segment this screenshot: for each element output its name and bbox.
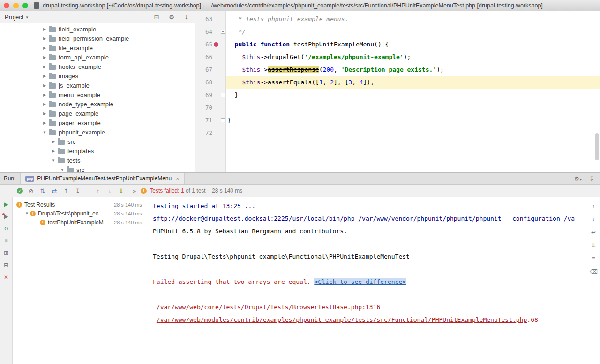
- test-tree-row[interactable]: !testPhpUnitExampleM28 s 140 ms: [13, 218, 147, 227]
- fold-marker-icon[interactable]: [221, 118, 225, 122]
- project-tree-item[interactable]: ▶field_permission_example: [0, 34, 195, 43]
- show-ignored-icon[interactable]: ⊘: [27, 187, 35, 194]
- expand-all-icon[interactable]: ↥: [62, 187, 70, 194]
- toggle-auto-test-icon[interactable]: ↻: [2, 225, 10, 232]
- project-tree-item[interactable]: ▼src: [0, 165, 195, 172]
- code-line[interactable]: 67 $this->assertResponse(200, 'Descripti…: [195, 63, 600, 76]
- chevron-down-icon[interactable]: ▼: [24, 211, 30, 215]
- project-tree-item[interactable]: ▶templates: [0, 146, 195, 156]
- show-passed-icon[interactable]: ✓: [17, 188, 23, 194]
- sort-alphabetically-icon[interactable]: ⇅: [39, 187, 46, 194]
- stop-icon[interactable]: ■: [2, 238, 10, 244]
- gutter-marker-cell: [212, 51, 219, 63]
- folder-icon: [49, 55, 56, 60]
- clear-console-icon[interactable]: ⌫: [590, 268, 597, 275]
- restore-layout-icon[interactable]: ⊞: [2, 250, 10, 256]
- project-tree-item[interactable]: ▶images: [0, 71, 195, 81]
- code-line[interactable]: 64 */: [195, 25, 600, 38]
- diff-link[interactable]: <Click to see difference>: [314, 278, 406, 285]
- code-line[interactable]: 71}: [195, 114, 600, 126]
- collapse-all-icon[interactable]: ↧: [74, 187, 82, 194]
- soft-wrap-icon[interactable]: ↩: [590, 229, 597, 236]
- test-failed-icon: !: [16, 202, 22, 208]
- project-tool-button[interactable]: Project ▾: [5, 14, 28, 21]
- editor-lines: 63 * Tests phpunit_example menus.64 */65…: [195, 11, 600, 139]
- failed-test-marker-icon[interactable]: [214, 42, 218, 47]
- scroll-to-end-icon[interactable]: ⇓: [590, 242, 597, 249]
- chevron-right-icon[interactable]: ▶: [41, 121, 48, 125]
- code-line[interactable]: 70: [195, 101, 600, 114]
- test-tree-row[interactable]: !Test Results28 s 140 ms: [13, 200, 147, 209]
- chevron-right-icon[interactable]: ▶: [50, 140, 57, 144]
- chevron-right-icon[interactable]: ▶: [41, 46, 48, 50]
- project-tree-item[interactable]: ▶js_example: [0, 81, 195, 90]
- project-tree-item[interactable]: ▶page_example: [0, 109, 195, 118]
- close-tab-icon[interactable]: ×: [176, 175, 180, 182]
- chevron-right-icon[interactable]: ▶: [50, 149, 57, 153]
- import-test-result-icon[interactable]: ⇓: [118, 187, 125, 194]
- chevron-right-icon[interactable]: ▶: [41, 55, 48, 59]
- editor-scrollbar[interactable]: [595, 133, 599, 160]
- window-minimize-button[interactable]: [13, 3, 19, 8]
- chevron-down-icon: ▾: [580, 178, 582, 182]
- code-token: public function: [227, 41, 293, 48]
- project-tree-item[interactable]: ▶pager_example: [0, 118, 195, 127]
- code-token: ->assertEquals([: [260, 79, 319, 86]
- code-line[interactable]: 66 $this->drupalGet('/examples/phpunit-e…: [195, 51, 600, 63]
- sort-by-duration-icon[interactable]: ⇄: [51, 187, 58, 194]
- chevron-right-icon[interactable]: ▶: [41, 37, 48, 41]
- stack-trace-link[interactable]: /var/www/web/core/tests/Drupal/Tests/Bro…: [157, 304, 362, 311]
- project-tree-item[interactable]: ▶file_example: [0, 43, 195, 52]
- collapse-all-icon[interactable]: ⊟: [153, 14, 160, 21]
- down-stacktrace-icon[interactable]: ↓: [590, 216, 597, 223]
- pin-tab-icon[interactable]: ⊟: [2, 262, 10, 268]
- up-stacktrace-icon[interactable]: ↑: [590, 203, 597, 209]
- run-tab[interactable]: php PHPUnitExampleMenuTest.testPhpUnitEx…: [20, 173, 184, 184]
- code-line[interactable]: 68 $this->assertEquals([1, 2], [3, 4]);: [195, 76, 600, 89]
- fold-marker-icon[interactable]: [221, 93, 225, 97]
- settings-gear-icon[interactable]: ⚙▾: [574, 175, 582, 182]
- window-zoom-button[interactable]: [22, 3, 28, 8]
- console-line: [153, 263, 587, 275]
- project-tree-item[interactable]: ▶src: [0, 137, 195, 146]
- rerun-test-icon[interactable]: ▶: [2, 201, 10, 208]
- project-tree-item[interactable]: ▶menu_example: [0, 90, 195, 99]
- chevron-down-icon[interactable]: ▼: [50, 158, 57, 163]
- chevron-right-icon[interactable]: ▶: [41, 27, 48, 31]
- chevron-right-icon[interactable]: ▶: [41, 111, 48, 116]
- editor[interactable]: 63 * Tests phpunit_example menus.64 */65…: [195, 11, 600, 172]
- window-close-button[interactable]: [4, 3, 9, 8]
- chevron-right-icon[interactable]: ▶: [41, 74, 48, 78]
- print-icon[interactable]: ≡: [590, 255, 597, 262]
- code-line[interactable]: 69 }: [195, 89, 600, 101]
- previous-failed-test-icon[interactable]: ↑: [94, 187, 102, 194]
- project-tree-item[interactable]: ▶node_type_example: [0, 99, 195, 109]
- stack-trace-link[interactable]: /var/www/web/modules/contrib/examples/ph…: [157, 316, 527, 323]
- project-tree-item[interactable]: ▶hooks_example: [0, 62, 195, 71]
- test-tree-row[interactable]: ▼!Drupal\Tests\phpunit_ex...28 s 140 ms: [13, 209, 147, 218]
- chevron-down-icon[interactable]: ▼: [41, 130, 48, 134]
- chevron-right-icon[interactable]: ▶: [41, 93, 48, 97]
- chevron-right-icon[interactable]: ▶: [41, 102, 48, 106]
- hide-panel-icon[interactable]: ↧: [589, 175, 594, 182]
- chevron-down-icon[interactable]: ▼: [59, 168, 66, 172]
- project-tree-item[interactable]: ▼phpunit_example: [0, 127, 195, 137]
- hide-panel-icon[interactable]: ↧: [183, 14, 190, 21]
- project-tree-item[interactable]: ▶field_example: [0, 24, 195, 34]
- chevron-right-icon[interactable]: ▶: [41, 83, 48, 88]
- fold-cell: [219, 63, 226, 76]
- test-failed-icon: !: [30, 211, 36, 216]
- code-line[interactable]: 65 public function testPhpUnitExampleMen…: [195, 38, 600, 51]
- fold-marker-icon[interactable]: [221, 30, 225, 34]
- project-tree-item[interactable]: ▶form_api_example: [0, 52, 195, 62]
- project-tree-item[interactable]: ▼tests: [0, 156, 195, 165]
- chevron-right-icon[interactable]: ▶: [41, 65, 48, 69]
- rerun-failed-tests-icon[interactable]: ▶: [2, 213, 10, 220]
- chevron-more-icon[interactable]: »: [133, 187, 136, 194]
- test-console[interactable]: Testing started at 13:25 ...sftp://docke…: [147, 197, 587, 364]
- close-icon[interactable]: ✕: [2, 274, 10, 281]
- settings-gear-icon[interactable]: ⚙: [168, 14, 175, 21]
- next-failed-test-icon[interactable]: ↓: [106, 187, 113, 194]
- code-line[interactable]: 63 * Tests phpunit_example menus.: [195, 13, 600, 25]
- code-line[interactable]: 72: [195, 126, 600, 139]
